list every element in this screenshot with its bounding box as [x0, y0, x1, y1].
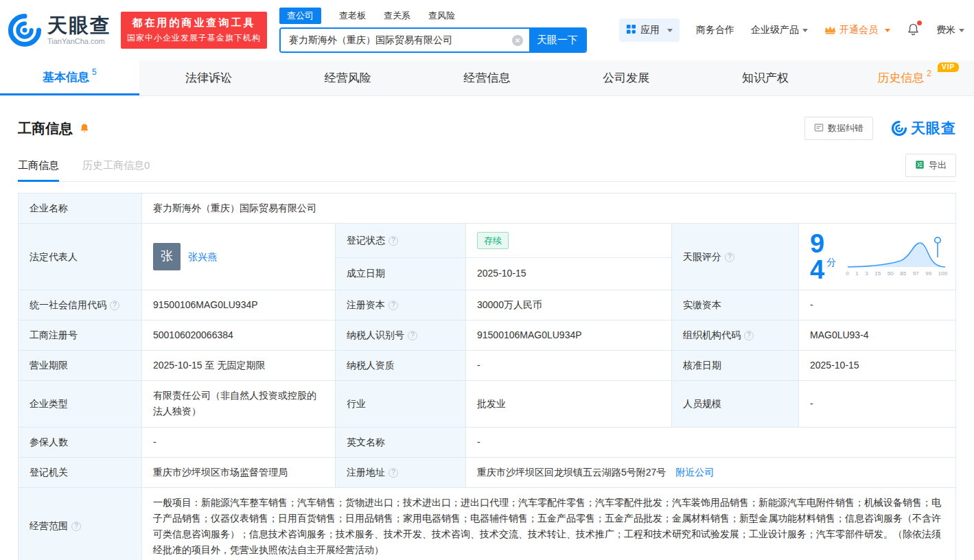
- tab-count-badge: 5: [92, 67, 97, 77]
- search-tabs: 查公司 查老板 查关系 查风险: [279, 8, 587, 24]
- business-cooperation-link[interactable]: 商务合作: [696, 24, 734, 36]
- subtabs: 工商信息 历史工商信息0 导出: [18, 154, 956, 182]
- field-label: 天眼评分?: [672, 224, 799, 290]
- tab-legal-proceedings[interactable]: 法律诉讼: [139, 60, 279, 95]
- org-code-value: MAG0LU93-4: [799, 320, 956, 351]
- help-icon[interactable]: ?: [71, 522, 81, 531]
- field-label: 登记状态?: [336, 224, 466, 258]
- data-correction-button[interactable]: 数据纠错: [804, 117, 873, 140]
- company-name-value: 赛力斯海外（重庆）国际贸易有限公司: [142, 194, 956, 224]
- insured-count-value: -: [142, 427, 336, 457]
- search-tab-boss[interactable]: 查老板: [339, 8, 366, 24]
- field-label: 营业期限: [19, 351, 142, 381]
- nearby-companies-link[interactable]: 附近公司: [675, 467, 714, 478]
- table-row: 法定代表人 张 张兴燕 登记状态? 存续 天眼评分?: [19, 224, 956, 258]
- enterprise-products-menu[interactable]: 企业级产品: [751, 24, 808, 36]
- field-label: 登记机关: [19, 457, 142, 487]
- tab-operating-info[interactable]: 经营信息: [417, 60, 557, 95]
- field-label: 纳税人资质: [336, 351, 466, 381]
- help-icon[interactable]: ?: [110, 301, 119, 310]
- english-name-value: -: [466, 427, 956, 457]
- registration-authority-value: 重庆市沙坪坝区市场监督管理局: [142, 457, 336, 487]
- help-icon[interactable]: ?: [725, 253, 734, 262]
- registered-address-value: 重庆市沙坪坝区回龙坝镇五云湖路5号附27号: [477, 467, 666, 478]
- search-button[interactable]: 天眼一下: [529, 29, 585, 51]
- slogan-line2: 国家中小企业发展子基金旗下机构: [127, 32, 261, 44]
- tab-basic-info[interactable]: 基本信息 5: [0, 60, 139, 95]
- tab-intellectual-property[interactable]: 知识产权: [696, 60, 835, 95]
- avatar[interactable]: 张: [153, 243, 181, 270]
- open-vip-label: 开通会员: [839, 24, 878, 36]
- tianyancha-logo-icon: [7, 12, 43, 48]
- taxpayer-id-value: 91500106MAG0LU934P: [466, 320, 672, 351]
- registered-address-cell: 重庆市沙坪坝区回龙坝镇五云湖路5号附27号 附近公司: [466, 457, 956, 487]
- logo-title: 天眼查: [47, 15, 111, 36]
- chart-axis-ticks: 0131550859799100: [846, 269, 947, 278]
- help-icon[interactable]: ?: [408, 331, 417, 340]
- open-vip-menu[interactable]: 开通会员: [824, 24, 890, 36]
- help-icon[interactable]: ?: [744, 331, 754, 340]
- tianyan-score-cell[interactable]: 94 分 0131550859799100: [799, 224, 956, 290]
- establish-date-value: 2025-10-15: [466, 257, 672, 290]
- watermark-text: 天眼查: [911, 119, 956, 138]
- subtab-business-info[interactable]: 工商信息: [18, 159, 59, 181]
- search-tab-risk[interactable]: 查风险: [428, 8, 455, 24]
- credit-code-value: 91500106MAG0LU934P: [142, 290, 336, 320]
- export-button[interactable]: 导出: [905, 154, 956, 177]
- table-row: 营业期限 2025-10-15 至 无固定期限 纳税人资质 - 核准日期 202…: [19, 351, 956, 381]
- table-row: 登记机关 重庆市沙坪坝区市场监督管理局 注册地址? 重庆市沙坪坝区回龙坝镇五云湖…: [19, 457, 956, 487]
- search-tab-company[interactable]: 查公司: [279, 8, 321, 24]
- tab-label: 历史信息: [877, 70, 924, 86]
- field-label: 企业类型: [19, 381, 142, 427]
- clear-search-icon[interactable]: [512, 35, 523, 46]
- apps-grid-icon: [626, 24, 636, 36]
- legal-representative-link[interactable]: 张兴燕: [188, 249, 217, 265]
- field-label: 核准日期: [672, 351, 799, 381]
- tab-label: 经营风险: [325, 70, 371, 86]
- correction-icon: [814, 123, 824, 135]
- subtab-history-business-info[interactable]: 历史工商信息0: [82, 159, 150, 181]
- field-label: 注册地址?: [336, 457, 466, 487]
- vip-badge: VIP: [938, 62, 959, 72]
- field-label: 纳税人识别号?: [336, 320, 466, 351]
- search-input[interactable]: [281, 29, 529, 51]
- business-info-table: 企业名称 赛力斯海外（重庆）国际贸易有限公司 法定代表人 张 张兴燕 登记状态?…: [18, 193, 956, 560]
- apps-label: 应用: [640, 24, 660, 36]
- field-label: 参保人数: [19, 427, 142, 457]
- tab-history-info[interactable]: 历史信息 2 VIP: [835, 60, 974, 95]
- username-label: 费米: [936, 24, 955, 36]
- help-icon[interactable]: ?: [389, 301, 398, 310]
- brand-slogan: 都在用的商业查询工具 国家中小企业发展子基金旗下机构: [121, 12, 267, 49]
- tab-label: 知识产权: [742, 70, 789, 86]
- notification-bell[interactable]: [907, 23, 920, 38]
- field-label: 经营范围?: [19, 487, 142, 560]
- field-label: 统一社会信用代码?: [19, 290, 142, 320]
- tab-company-development[interactable]: 公司发展: [557, 60, 696, 95]
- score-unit: 分: [826, 255, 836, 270]
- chevron-down-icon: [802, 29, 808, 32]
- field-label: 成立日期: [336, 257, 466, 290]
- business-scope-value: 一般项目：新能源汽车整车销售；汽车销售；货物进出口；技术进出口；进出口代理；汽车…: [142, 487, 956, 560]
- tab-label: 经营信息: [464, 70, 511, 86]
- table-row: 经营范围? 一般项目：新能源汽车整车销售；汽车销售；货物进出口；技术进出口；进出…: [19, 487, 956, 560]
- search-tab-relation[interactable]: 查关系: [384, 8, 410, 24]
- table-row: 工商注册号 500106020066384 纳税人识别号? 91500106MA…: [19, 320, 956, 351]
- search-area: 查公司 查老板 查关系 查风险 天眼一下: [279, 8, 587, 53]
- tianyancha-watermark: 天眼查: [891, 119, 956, 138]
- field-label: 注册资本?: [336, 290, 466, 320]
- export-label: 导出: [929, 159, 947, 172]
- tab-operating-risk[interactable]: 经营风险: [278, 60, 417, 95]
- apps-menu[interactable]: 应用: [619, 19, 680, 42]
- tianyancha-logo[interactable]: 天眼查 TianYanCha.com: [7, 12, 111, 48]
- business-term-value: 2025-10-15 至 无固定期限: [142, 351, 336, 381]
- user-menu[interactable]: 费米: [936, 24, 964, 36]
- help-icon[interactable]: ?: [389, 236, 398, 246]
- help-icon[interactable]: ?: [389, 468, 398, 478]
- table-row: 企业名称 赛力斯海外（重庆）国际贸易有限公司: [19, 194, 956, 224]
- table-row: 统一社会信用代码? 91500106MAG0LU934P 注册资本? 30000…: [19, 290, 956, 320]
- subscribe-bell-icon[interactable]: [79, 123, 90, 134]
- staff-size-value: -: [799, 381, 956, 427]
- registration-status-cell: 存续: [466, 224, 672, 258]
- registered-capital-value: 30000万人民币: [466, 290, 672, 320]
- tab-label: 法律诉讼: [185, 70, 232, 86]
